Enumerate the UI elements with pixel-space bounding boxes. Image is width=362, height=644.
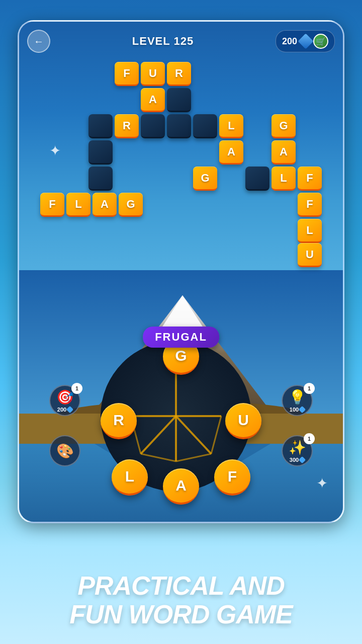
letter-node-R[interactable]: R bbox=[101, 403, 137, 439]
tile-G3: G bbox=[119, 193, 143, 217]
powerup-hint[interactable]: 1 💡 100 bbox=[282, 385, 313, 416]
powerup-magic-icon: ✨ bbox=[289, 439, 306, 456]
tile-F2: F bbox=[298, 167, 322, 191]
tile-L: L bbox=[219, 114, 243, 138]
powerup-magic-cost: 300 bbox=[290, 457, 305, 463]
tile-L2: L bbox=[272, 167, 296, 191]
powerup-target-badge: 1 bbox=[71, 383, 82, 394]
back-button[interactable]: ← bbox=[27, 30, 50, 53]
tagline-line1: PRACTICAL AND bbox=[69, 572, 292, 600]
powerup-hint-cost: 100 bbox=[290, 407, 305, 413]
tile-R: R bbox=[167, 62, 191, 86]
cart-icon[interactable]: 🛒 bbox=[313, 34, 328, 49]
powerup-target[interactable]: 1 🎯 200 bbox=[49, 385, 80, 416]
tile-A2: A bbox=[219, 140, 243, 165]
tile-dark6 bbox=[88, 140, 113, 165]
tile-A1: A bbox=[141, 88, 165, 112]
letter-node-L[interactable]: L bbox=[112, 459, 148, 496]
tile-dark3 bbox=[141, 114, 165, 138]
sparkle-bottom-right: ✦ bbox=[316, 475, 328, 492]
tile-dark1 bbox=[167, 88, 191, 112]
letter-area: FRUGAL G R U bbox=[96, 336, 266, 507]
header: ← LEVEL 125 200 🛒 bbox=[27, 30, 335, 53]
tile-dark4 bbox=[167, 114, 191, 138]
powerup-color[interactable]: 🎨 bbox=[49, 435, 80, 466]
tagline-line2: FUN WORD GAME bbox=[69, 600, 292, 629]
word-display: FRUGAL bbox=[143, 327, 219, 348]
svg-line-13 bbox=[141, 416, 176, 454]
letter-node-U[interactable]: U bbox=[225, 403, 261, 439]
tile-A3: A bbox=[272, 140, 296, 165]
letter-node-A[interactable]: A bbox=[163, 468, 199, 505]
gems-count: 200 bbox=[282, 36, 297, 47]
tile-U: U bbox=[141, 62, 165, 86]
tile-G2: G bbox=[193, 167, 217, 191]
level-title: LEVEL 125 bbox=[132, 35, 194, 48]
bottom-tagline-area: PRACTICAL AND FUN WORD GAME bbox=[49, 561, 312, 644]
tile-dark5 bbox=[193, 114, 217, 138]
svg-line-16 bbox=[176, 454, 211, 461]
tile-dark8 bbox=[245, 167, 269, 191]
powerup-magic-badge: 1 bbox=[304, 433, 315, 444]
svg-line-15 bbox=[141, 454, 176, 461]
gem-icon bbox=[298, 33, 313, 49]
powerup-target-icon: 🎯 bbox=[56, 389, 74, 406]
word-grid: F U R A R L G A A G L F F L A G F L U bbox=[40, 62, 322, 253]
tile-L3: L bbox=[66, 193, 90, 217]
svg-line-11 bbox=[176, 416, 211, 454]
tile-F3: F bbox=[40, 193, 64, 217]
powerup-magic[interactable]: 1 ✨ 300 bbox=[282, 435, 313, 466]
powerup-color-icon: 🎨 bbox=[56, 443, 74, 459]
tile-F: F bbox=[115, 62, 139, 86]
svg-line-17 bbox=[211, 416, 221, 454]
tile-U2: U bbox=[298, 243, 322, 267]
game-card: ← LEVEL 125 200 🛒 F U R A R L G A A bbox=[18, 20, 344, 523]
gems-display[interactable]: 200 🛒 bbox=[276, 30, 335, 52]
powerup-hint-badge: 1 bbox=[304, 383, 315, 394]
letter-node-F[interactable]: F bbox=[214, 459, 250, 496]
powerup-target-cost: 200 bbox=[57, 407, 72, 413]
powerup-hint-icon: 💡 bbox=[289, 389, 306, 406]
tile-R2: R bbox=[115, 114, 139, 138]
tile-A4: A bbox=[93, 193, 117, 217]
tile-F4: F bbox=[298, 193, 322, 217]
tile-dark2 bbox=[88, 114, 113, 138]
tile-L4: L bbox=[298, 219, 322, 243]
tile-G: G bbox=[272, 114, 296, 138]
tile-dark7 bbox=[88, 167, 113, 191]
